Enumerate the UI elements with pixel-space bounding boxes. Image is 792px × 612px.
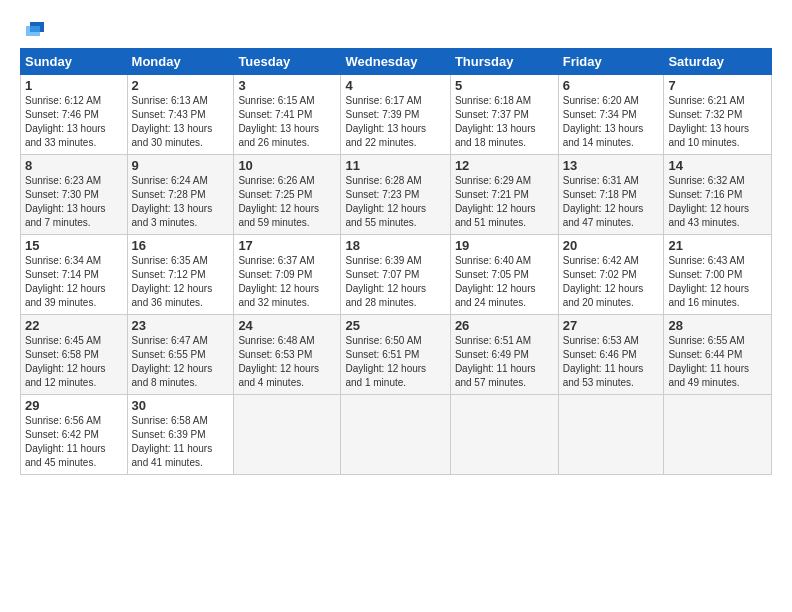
day-info: Sunrise: 6:43 AM Sunset: 7:00 PM Dayligh… [668,254,767,310]
day-number: 30 [132,398,230,413]
calendar-cell: 24Sunrise: 6:48 AM Sunset: 6:53 PM Dayli… [234,315,341,395]
calendar-cell [341,395,450,475]
calendar-cell: 20Sunrise: 6:42 AM Sunset: 7:02 PM Dayli… [558,235,664,315]
calendar-cell: 22Sunrise: 6:45 AM Sunset: 6:58 PM Dayli… [21,315,128,395]
day-info: Sunrise: 6:32 AM Sunset: 7:16 PM Dayligh… [668,174,767,230]
calendar-cell: 10Sunrise: 6:26 AM Sunset: 7:25 PM Dayli… [234,155,341,235]
calendar-week-1: 1Sunrise: 6:12 AM Sunset: 7:46 PM Daylig… [21,75,772,155]
calendar-cell: 26Sunrise: 6:51 AM Sunset: 6:49 PM Dayli… [450,315,558,395]
calendar-cell: 8Sunrise: 6:23 AM Sunset: 7:30 PM Daylig… [21,155,128,235]
calendar-week-5: 29Sunrise: 6:56 AM Sunset: 6:42 PM Dayli… [21,395,772,475]
day-number: 22 [25,318,123,333]
calendar-cell: 2Sunrise: 6:13 AM Sunset: 7:43 PM Daylig… [127,75,234,155]
calendar-cell: 13Sunrise: 6:31 AM Sunset: 7:18 PM Dayli… [558,155,664,235]
day-info: Sunrise: 6:51 AM Sunset: 6:49 PM Dayligh… [455,334,554,390]
day-number: 2 [132,78,230,93]
calendar-cell: 19Sunrise: 6:40 AM Sunset: 7:05 PM Dayli… [450,235,558,315]
day-info: Sunrise: 6:56 AM Sunset: 6:42 PM Dayligh… [25,414,123,470]
day-info: Sunrise: 6:31 AM Sunset: 7:18 PM Dayligh… [563,174,660,230]
day-number: 27 [563,318,660,333]
calendar-cell: 21Sunrise: 6:43 AM Sunset: 7:00 PM Dayli… [664,235,772,315]
calendar-cell: 4Sunrise: 6:17 AM Sunset: 7:39 PM Daylig… [341,75,450,155]
weekday-header-tuesday: Tuesday [234,49,341,75]
calendar-cell [558,395,664,475]
day-info: Sunrise: 6:17 AM Sunset: 7:39 PM Dayligh… [345,94,445,150]
day-info: Sunrise: 6:12 AM Sunset: 7:46 PM Dayligh… [25,94,123,150]
day-number: 5 [455,78,554,93]
header [20,18,772,40]
calendar-cell: 5Sunrise: 6:18 AM Sunset: 7:37 PM Daylig… [450,75,558,155]
day-info: Sunrise: 6:13 AM Sunset: 7:43 PM Dayligh… [132,94,230,150]
calendar-cell: 25Sunrise: 6:50 AM Sunset: 6:51 PM Dayli… [341,315,450,395]
calendar-cell: 16Sunrise: 6:35 AM Sunset: 7:12 PM Dayli… [127,235,234,315]
day-info: Sunrise: 6:40 AM Sunset: 7:05 PM Dayligh… [455,254,554,310]
day-number: 17 [238,238,336,253]
calendar-cell: 3Sunrise: 6:15 AM Sunset: 7:41 PM Daylig… [234,75,341,155]
calendar-week-2: 8Sunrise: 6:23 AM Sunset: 7:30 PM Daylig… [21,155,772,235]
day-number: 12 [455,158,554,173]
day-number: 11 [345,158,445,173]
day-info: Sunrise: 6:24 AM Sunset: 7:28 PM Dayligh… [132,174,230,230]
calendar-cell: 6Sunrise: 6:20 AM Sunset: 7:34 PM Daylig… [558,75,664,155]
day-number: 10 [238,158,336,173]
calendar-cell: 23Sunrise: 6:47 AM Sunset: 6:55 PM Dayli… [127,315,234,395]
day-number: 28 [668,318,767,333]
day-number: 24 [238,318,336,333]
calendar-cell: 30Sunrise: 6:58 AM Sunset: 6:39 PM Dayli… [127,395,234,475]
day-number: 7 [668,78,767,93]
day-info: Sunrise: 6:35 AM Sunset: 7:12 PM Dayligh… [132,254,230,310]
day-number: 6 [563,78,660,93]
day-info: Sunrise: 6:34 AM Sunset: 7:14 PM Dayligh… [25,254,123,310]
weekday-header-sunday: Sunday [21,49,128,75]
calendar-cell: 28Sunrise: 6:55 AM Sunset: 6:44 PM Dayli… [664,315,772,395]
day-info: Sunrise: 6:15 AM Sunset: 7:41 PM Dayligh… [238,94,336,150]
day-number: 19 [455,238,554,253]
day-number: 26 [455,318,554,333]
day-info: Sunrise: 6:23 AM Sunset: 7:30 PM Dayligh… [25,174,123,230]
day-number: 18 [345,238,445,253]
calendar-cell: 11Sunrise: 6:28 AM Sunset: 7:23 PM Dayli… [341,155,450,235]
day-info: Sunrise: 6:20 AM Sunset: 7:34 PM Dayligh… [563,94,660,150]
day-info: Sunrise: 6:48 AM Sunset: 6:53 PM Dayligh… [238,334,336,390]
calendar-cell: 18Sunrise: 6:39 AM Sunset: 7:07 PM Dayli… [341,235,450,315]
day-number: 3 [238,78,336,93]
weekday-header-saturday: Saturday [664,49,772,75]
calendar-cell: 27Sunrise: 6:53 AM Sunset: 6:46 PM Dayli… [558,315,664,395]
calendar-body: 1Sunrise: 6:12 AM Sunset: 7:46 PM Daylig… [21,75,772,475]
day-number: 1 [25,78,123,93]
weekday-row: SundayMondayTuesdayWednesdayThursdayFrid… [21,49,772,75]
calendar-cell: 29Sunrise: 6:56 AM Sunset: 6:42 PM Dayli… [21,395,128,475]
calendar-cell: 17Sunrise: 6:37 AM Sunset: 7:09 PM Dayli… [234,235,341,315]
day-info: Sunrise: 6:29 AM Sunset: 7:21 PM Dayligh… [455,174,554,230]
page: SundayMondayTuesdayWednesdayThursdayFrid… [0,0,792,485]
svg-marker-1 [26,26,40,36]
calendar-week-3: 15Sunrise: 6:34 AM Sunset: 7:14 PM Dayli… [21,235,772,315]
day-info: Sunrise: 6:37 AM Sunset: 7:09 PM Dayligh… [238,254,336,310]
day-number: 16 [132,238,230,253]
day-info: Sunrise: 6:26 AM Sunset: 7:25 PM Dayligh… [238,174,336,230]
weekday-header-thursday: Thursday [450,49,558,75]
day-info: Sunrise: 6:28 AM Sunset: 7:23 PM Dayligh… [345,174,445,230]
day-info: Sunrise: 6:39 AM Sunset: 7:07 PM Dayligh… [345,254,445,310]
day-info: Sunrise: 6:50 AM Sunset: 6:51 PM Dayligh… [345,334,445,390]
day-number: 9 [132,158,230,173]
calendar-header: SundayMondayTuesdayWednesdayThursdayFrid… [21,49,772,75]
weekday-header-wednesday: Wednesday [341,49,450,75]
calendar-week-4: 22Sunrise: 6:45 AM Sunset: 6:58 PM Dayli… [21,315,772,395]
calendar-cell: 9Sunrise: 6:24 AM Sunset: 7:28 PM Daylig… [127,155,234,235]
calendar-cell [664,395,772,475]
logo [20,18,44,40]
calendar-cell [234,395,341,475]
weekday-header-friday: Friday [558,49,664,75]
calendar: SundayMondayTuesdayWednesdayThursdayFrid… [20,48,772,475]
day-number: 25 [345,318,445,333]
day-number: 21 [668,238,767,253]
day-info: Sunrise: 6:42 AM Sunset: 7:02 PM Dayligh… [563,254,660,310]
day-number: 8 [25,158,123,173]
day-number: 29 [25,398,123,413]
day-number: 4 [345,78,445,93]
day-info: Sunrise: 6:45 AM Sunset: 6:58 PM Dayligh… [25,334,123,390]
day-number: 13 [563,158,660,173]
calendar-cell [450,395,558,475]
day-number: 20 [563,238,660,253]
